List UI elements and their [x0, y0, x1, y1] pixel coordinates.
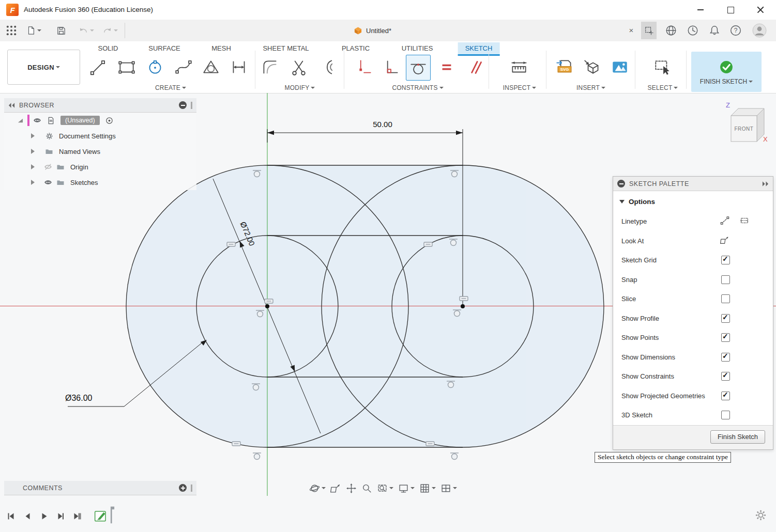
minimize-button[interactable]: [692, 0, 709, 20]
timeline-play-button[interactable]: [37, 509, 51, 523]
offset-tool-icon[interactable]: [317, 55, 341, 80]
display-mode-icon[interactable]: [18, 118, 23, 123]
collapse-right-icon[interactable]: [762, 181, 769, 187]
select-group-label[interactable]: SELECT: [634, 84, 691, 92]
timeline-settings-gear-icon[interactable]: [755, 509, 767, 523]
close-button[interactable]: [752, 0, 769, 20]
sketch-grid-checkbox[interactable]: [721, 256, 730, 264]
workspace-selector[interactable]: DESIGN: [7, 50, 80, 85]
insert-mesh-icon[interactable]: [581, 55, 604, 80]
display-settings-icon[interactable]: [398, 483, 415, 494]
collapse-left-icon[interactable]: [8, 102, 15, 108]
undo-button[interactable]: [77, 24, 96, 37]
insert-group-label[interactable]: INSERT: [560, 84, 622, 92]
dimension-width[interactable]: 50.00: [363, 120, 402, 129]
fillet-tool-icon[interactable]: [258, 55, 282, 80]
show-dimensions-checkbox[interactable]: [721, 353, 730, 362]
modify-group-label[interactable]: MODIFY: [264, 84, 336, 92]
centerline-icon[interactable]: [740, 216, 749, 227]
insert-svg-icon[interactable]: SVG: [553, 55, 576, 80]
browser-item-sketches[interactable]: Sketches: [4, 175, 196, 190]
timeline-go-to-start-button[interactable]: [4, 509, 18, 523]
extensions-icon[interactable]: [687, 24, 699, 37]
orbit-icon[interactable]: [309, 483, 326, 494]
insert-canvas-icon[interactable]: [608, 55, 632, 80]
spline-tool-icon[interactable]: [172, 55, 195, 80]
app-launcher-icon[interactable]: [5, 24, 18, 37]
snap-checkbox[interactable]: [721, 275, 730, 284]
notifications-bell-icon[interactable]: [708, 24, 721, 37]
timeline-go-to-end-button[interactable]: [70, 509, 84, 523]
visibility-eye-icon[interactable]: [33, 116, 42, 125]
constraints-group-label[interactable]: CONSTRAINTS: [376, 84, 459, 92]
parallel-constraint-icon[interactable]: [464, 55, 488, 80]
sketch-center-point[interactable]: [461, 304, 465, 308]
dimension-inner-diameter[interactable]: Ø36.00: [65, 394, 92, 403]
circle-tool-icon[interactable]: [143, 55, 167, 80]
equal-constraint-icon[interactable]: [435, 55, 459, 80]
view-cube[interactable]: Z X FRONT: [719, 101, 773, 150]
panel-grip[interactable]: [191, 102, 192, 109]
activate-target-icon[interactable]: [105, 116, 114, 125]
pan-icon[interactable]: [346, 483, 357, 494]
tab-solid[interactable]: SOLID: [90, 42, 125, 55]
3d-sketch-checkbox[interactable]: [721, 411, 730, 419]
tab-sheet-metal[interactable]: SHEET METAL: [255, 42, 316, 55]
panel-grip[interactable]: [191, 484, 192, 492]
horizontal-vertical-constraint-icon[interactable]: [352, 55, 375, 80]
finish-sketch-palette-button[interactable]: Finish Sketch: [710, 430, 765, 444]
document-tab[interactable]: Untitled*: [354, 20, 391, 41]
browser-root-row[interactable]: (Unsaved): [4, 113, 196, 128]
tab-surface[interactable]: SURFACE: [141, 42, 187, 55]
user-avatar[interactable]: [752, 23, 767, 40]
expand-panel-icon[interactable]: [179, 484, 187, 492]
browser-item-named-views[interactable]: Named Views: [4, 144, 196, 159]
redo-button[interactable]: [100, 24, 120, 37]
line-tool-icon[interactable]: [86, 55, 110, 80]
document-name-chip[interactable]: (Unsaved): [60, 116, 100, 125]
zoom-icon[interactable]: [361, 483, 372, 494]
timeline-step-back-button[interactable]: [21, 509, 35, 523]
look-at-nav-icon[interactable]: [330, 483, 341, 494]
measure-tool-icon[interactable]: [507, 55, 531, 80]
file-menu-button[interactable]: [24, 24, 43, 37]
timeline-sketch-feature[interactable]: [94, 505, 115, 526]
sketch-center-point[interactable]: [265, 304, 269, 308]
tab-utilities[interactable]: UTILITIES: [394, 42, 440, 55]
look-at-icon[interactable]: [720, 236, 729, 246]
grid-settings-icon[interactable]: [419, 483, 436, 494]
show-projected-geometries-checkbox[interactable]: [721, 392, 730, 400]
timeline-step-forward-button[interactable]: [54, 509, 68, 523]
timeline-marker[interactable]: [110, 505, 115, 525]
options-section-header[interactable]: Options: [613, 191, 773, 212]
trim-tool-icon[interactable]: [287, 55, 311, 80]
finish-sketch-button[interactable]: FINISH SKETCH: [691, 52, 762, 92]
minimize-panel-icon[interactable]: [179, 101, 187, 109]
tab-sketch[interactable]: SKETCH: [458, 42, 500, 56]
maximize-button[interactable]: [722, 0, 739, 20]
show-points-checkbox[interactable]: [721, 333, 730, 342]
inspect-group-label[interactable]: INSPECT: [489, 84, 551, 92]
sketch-dimension-tool-icon[interactable]: [227, 55, 251, 80]
tab-plastic[interactable]: PLASTIC: [334, 42, 377, 55]
new-tab-button[interactable]: [641, 22, 657, 39]
view-cube-front-face[interactable]: FRONT: [731, 116, 757, 142]
viewports-icon[interactable]: [440, 483, 457, 494]
job-status-icon[interactable]: [665, 24, 677, 37]
fit-icon[interactable]: [377, 483, 393, 494]
comments-header[interactable]: COMMENTS: [4, 481, 196, 495]
rectangle-tool-icon[interactable]: [115, 55, 139, 80]
visibility-off-icon[interactable]: [43, 162, 53, 171]
coincident-constraint-icon[interactable]: [379, 55, 403, 80]
browser-item-origin[interactable]: Origin: [4, 159, 196, 175]
construction-line-icon[interactable]: [720, 216, 729, 227]
select-tool-icon[interactable]: [650, 55, 674, 80]
browser-item-document-settings[interactable]: Document Settings: [4, 128, 196, 144]
polygon-tool-icon[interactable]: [199, 55, 223, 80]
show-profile-checkbox[interactable]: [721, 314, 730, 323]
help-icon[interactable]: ?: [729, 24, 742, 37]
create-group-label[interactable]: CREATE: [129, 84, 212, 92]
tangent-constraint-icon[interactable]: [406, 55, 431, 81]
close-tab-icon[interactable]: ×: [626, 24, 637, 36]
save-button[interactable]: [55, 24, 67, 37]
